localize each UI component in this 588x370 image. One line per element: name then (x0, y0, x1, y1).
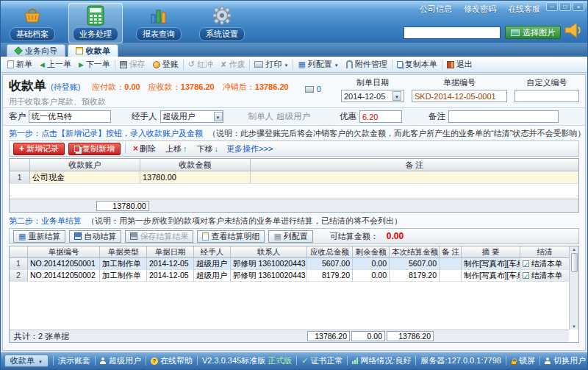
remaining-cell[interactable]: 0.00 (353, 270, 390, 282)
settle-amount-cell[interactable]: 5607.00 (390, 258, 440, 270)
print-count[interactable]: 0 (305, 85, 321, 93)
save-settlement-button[interactable]: 保存结算结果 (125, 230, 193, 243)
table-row[interactable]: 1 NO.201412050001 加工制作单 2014-12-05 超级用户 … (10, 258, 569, 270)
tab-receipt[interactable]: 收款单 (68, 44, 118, 57)
auto-settle-button[interactable]: 自动结算 (69, 230, 121, 243)
column-header[interactable]: 经手人 (194, 246, 231, 258)
type-cell[interactable]: 加工制作单 (100, 270, 147, 282)
customer-input[interactable] (29, 110, 111, 123)
lock-screen-button[interactable]: 锁屏 (511, 355, 535, 366)
column-header[interactable]: 收款账户 (30, 159, 140, 171)
column-header[interactable]: 联系人 (231, 246, 307, 258)
handler-cell[interactable]: 超级用户 (194, 258, 231, 270)
company-info-link[interactable]: 公司信息 (420, 4, 452, 15)
network-status[interactable]: 网络情况:良好 (352, 355, 411, 366)
tab-business-wizard[interactable]: 业务向导 (7, 44, 65, 57)
settle-toggle[interactable]: 结清本单 (520, 258, 569, 270)
add-record-button[interactable]: 新增记录 (13, 143, 65, 155)
column-header[interactable]: 单据日期 (147, 246, 194, 258)
column-header[interactable]: 备 注 (440, 246, 462, 258)
column-header[interactable]: 备 注 (251, 159, 578, 171)
search-input[interactable] (404, 26, 501, 39)
summary-cell[interactable]: 制作[写真布][车身贴] (462, 270, 520, 282)
scroll-down-icon[interactable]: ▼ (572, 324, 576, 329)
ribbon-item-basic-files[interactable]: 基础档案 (5, 3, 60, 43)
total-cell[interactable]: 8179.20 (307, 270, 353, 282)
chevron-down-icon[interactable] (392, 91, 401, 101)
docno-field[interactable]: SKD-2014-12-05-0001 (412, 90, 507, 102)
chevron-down-icon[interactable] (214, 112, 223, 121)
ribbon-item-settings[interactable]: 系统设置 (195, 3, 249, 43)
date-cell[interactable]: 2014-12-05 (147, 258, 194, 270)
close-button[interactable]: × (573, 2, 584, 11)
date-picker[interactable]: 2014-12-05 (341, 90, 404, 102)
note-cell[interactable] (440, 258, 462, 270)
recalculate-button[interactable]: 重新结算 (13, 230, 65, 243)
docno-cell[interactable]: NO.201412050001 (28, 258, 100, 270)
amount-cell[interactable]: 13780.00 (140, 171, 251, 184)
ribbon-item-business[interactable]: 业务处理 (68, 3, 123, 43)
post-button[interactable]: 登账 (149, 58, 182, 71)
column-header[interactable]: 应收总金额 (307, 246, 353, 258)
print-button[interactable]: 打印 (251, 58, 292, 71)
handler-select[interactable]: 超级用户 (160, 110, 223, 123)
handler-cell[interactable]: 超级用户 (194, 270, 231, 282)
view-settlement-detail-button[interactable]: 查看结算明细 (197, 230, 265, 243)
note-cell[interactable] (440, 270, 462, 282)
change-password-link[interactable]: 修改密码 (464, 4, 496, 15)
certificate-status[interactable]: 证书正常 (301, 355, 343, 366)
total-cell[interactable]: 5607.00 (307, 258, 353, 270)
exit-button[interactable]: 退出 (443, 58, 476, 71)
void-button[interactable]: 作废 (217, 58, 248, 71)
settled-checkbox[interactable] (523, 272, 529, 279)
save-button[interactable]: 保存 (116, 58, 149, 71)
scroll-up-icon[interactable]: ▲ (572, 247, 576, 252)
column-header[interactable]: 剩余金额 (353, 246, 390, 258)
column-header[interactable]: 本次结算金额 (390, 246, 440, 258)
prev-doc-button[interactable]: 上一单 (36, 58, 75, 71)
copy-add-button[interactable]: 复制新增 (68, 143, 121, 155)
column-config-button[interactable]: 列配置 (268, 230, 312, 243)
doc-type-dropdown[interactable]: 收款单 (4, 355, 49, 367)
ribbon-item-reports[interactable]: 报表查询 (132, 3, 186, 43)
online-help-link[interactable]: 在线帮助 (151, 355, 193, 366)
contact-cell[interactable]: 郭修明 13610020443 (231, 270, 307, 282)
horn-icon[interactable] (564, 21, 583, 40)
minimize-button[interactable]: ─ (546, 2, 558, 11)
settle-toggle[interactable]: 结清本单 (520, 270, 569, 282)
move-down-button[interactable]: 下移 (194, 143, 222, 154)
remark-input[interactable] (448, 110, 559, 123)
online-service-link[interactable]: 在线客服 (508, 4, 540, 15)
column-header[interactable]: 结清 (520, 246, 569, 258)
more-actions-link[interactable]: 更多操作>>> (226, 143, 273, 154)
vertical-scrollbar[interactable]: ▲ ▼ (569, 246, 578, 330)
settle-amount-cell[interactable]: 8179.20 (390, 270, 440, 282)
date-cell[interactable]: 2014-12-05 (147, 270, 194, 282)
next-doc-button[interactable]: 下一单 (75, 58, 114, 71)
delete-row-button[interactable]: 删除 (130, 143, 159, 154)
type-cell[interactable]: 加工制作单 (100, 258, 147, 270)
discount-input[interactable] (359, 110, 402, 123)
switch-user-button[interactable]: 切换用户 (545, 355, 586, 366)
current-user[interactable]: 超级用户 (100, 355, 141, 366)
copy-doc-button[interactable]: 复制本单 (393, 58, 441, 71)
column-header[interactable]: 摘 要 (462, 246, 520, 258)
contact-cell[interactable]: 郭修明 13610020443 (231, 258, 307, 270)
table-row[interactable]: 2 NO.201412050002 加工制作单 2014-12-05 超级用户 … (10, 270, 569, 282)
select-image-button[interactable]: 选择图片 (505, 26, 561, 39)
scrollbar-thumb[interactable] (571, 253, 578, 272)
column-header[interactable]: 单据编号 (28, 246, 100, 258)
attachments-button[interactable]: 附件管理 (343, 58, 391, 71)
note-cell[interactable] (251, 171, 578, 184)
column-config-button[interactable]: 列配置 (294, 58, 342, 71)
maximize-button[interactable]: □ (559, 2, 571, 11)
column-header[interactable]: 收款金额 (140, 159, 251, 171)
docno-cell[interactable]: NO.201412050002 (28, 270, 100, 282)
red-flush-button[interactable]: 红冲 (184, 58, 217, 71)
table-row[interactable]: 1 公司现金 13780.00 (10, 171, 578, 184)
customno-input[interactable] (514, 90, 579, 102)
remaining-cell[interactable]: 0.00 (353, 258, 390, 270)
column-header[interactable]: 单据类型 (100, 246, 147, 258)
summary-cell[interactable]: 制作[写真布][车身贴] (462, 258, 520, 270)
settled-checkbox[interactable] (523, 260, 529, 267)
